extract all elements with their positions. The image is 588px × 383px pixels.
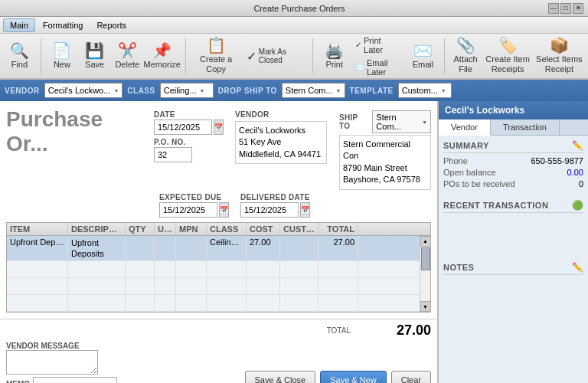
scroll-up-arrow[interactable]: ▲ — [420, 236, 431, 247]
vendor-address-line3: Middlefield, CA 94471 — [239, 149, 323, 160]
date-field-group: DATE 📅 — [154, 110, 223, 135]
scroll-thumb[interactable] — [421, 247, 430, 270]
expected-calendar-button[interactable]: 📅 — [219, 202, 229, 218]
minimize-button[interactable]: — — [548, 3, 559, 14]
attach-button[interactable]: 📎 Attach File — [451, 35, 481, 77]
drop-ship-dropdown[interactable]: Stern Com... — [282, 83, 345, 98]
memorize-button[interactable]: 📌 Memorize — [145, 35, 179, 77]
mark-group: ✓ Mark As Closed — [243, 46, 307, 66]
menu-main[interactable]: Main — [3, 18, 35, 32]
vendor-address-line1: Cecil's Lockworks — [239, 125, 323, 136]
drop-ship-dropdown-value: Stern Com... — [286, 86, 333, 95]
select-items-button[interactable]: 📦 Select Items Receipt — [535, 35, 583, 77]
cell-empty-3-total — [318, 295, 358, 311]
date-calendar-button[interactable]: 📅 — [214, 119, 224, 135]
grid-rows: Upfront Deposit UpfrontDeposits Ceiling … — [7, 236, 420, 313]
delivered-calendar-button[interactable]: 📅 — [300, 202, 310, 218]
vendor-tab[interactable]: Vendor — [439, 119, 491, 136]
dates-row: EXPECTED DUE 📅 DELIVERED DATE 📅 — [159, 193, 431, 218]
menu-reports[interactable]: Reports — [90, 19, 132, 31]
recent-tx-icon[interactable]: 🟢 — [572, 200, 584, 211]
total-label: TOTAL — [327, 326, 351, 335]
save-close-button[interactable]: Save & Close — [245, 371, 316, 383]
toolbar: 🔍 Find 📄 New 💾 Save ✂️ Delete 📌 Memorize… — [0, 34, 588, 80]
window-controls[interactable]: — □ ✕ — [548, 3, 583, 14]
cell-empty-3-mpn — [176, 295, 207, 311]
copy-button[interactable]: 📋 Create a Copy — [192, 35, 240, 77]
transaction-tab[interactable]: Transaction — [491, 119, 560, 135]
scroll-col-header — [358, 223, 369, 235]
ship-to-label: SHIP TO — [339, 113, 369, 130]
mark-icon: ✓ — [247, 49, 256, 64]
delivered-date-group: DELIVERED DATE 📅 — [240, 193, 310, 218]
new-button[interactable]: 📄 New — [47, 35, 77, 77]
notes-section: NOTES ✏️ — [443, 262, 583, 275]
scroll-track[interactable] — [420, 247, 431, 302]
left-panel: Purchase Or... DATE 📅 P.O. NO. — [0, 101, 439, 383]
ship-to-dropdown[interactable]: Stern Com... ▼ — [372, 110, 431, 133]
scroll-down-arrow[interactable]: ▼ — [420, 301, 431, 312]
ship-addr-line1: Stern Commercial Con — [343, 139, 427, 162]
create-item-button[interactable]: 🏷️ Create Item Receipts — [483, 35, 531, 77]
window-title: Create Purchase Orders — [51, 4, 548, 13]
expected-due-input[interactable] — [159, 202, 217, 218]
table-row[interactable] — [7, 295, 420, 312]
menu-formatting[interactable]: Formatting — [37, 19, 90, 31]
save-new-button[interactable]: Save & New — [320, 371, 387, 383]
date-input[interactable] — [154, 119, 212, 135]
title-bar: Create Purchase Orders — □ ✕ — [0, 0, 588, 17]
cell-custom-0 — [280, 236, 318, 261]
table-row[interactable] — [7, 278, 420, 295]
find-button[interactable]: 🔍 Find — [5, 35, 34, 77]
delete-button[interactable]: ✂️ Delete — [113, 35, 142, 77]
print-button[interactable]: 🖨️ Print — [319, 35, 349, 77]
delivered-date-input[interactable] — [240, 202, 299, 218]
po-no-input[interactable] — [154, 147, 192, 162]
clear-button[interactable]: Clear — [391, 371, 431, 383]
cell-empty-2-total — [318, 278, 358, 294]
memo-input[interactable] — [33, 377, 117, 383]
email-icon: ✉️ — [413, 43, 433, 58]
summary-edit-icon[interactable]: ✏️ — [572, 140, 584, 151]
separator-3 — [312, 38, 313, 74]
create-item-icon: 🏷️ — [498, 38, 518, 53]
notes-label: NOTES — [443, 263, 474, 272]
total-row: TOTAL 27.00 — [6, 322, 431, 339]
pos-receive-value: 0 — [579, 179, 583, 188]
expected-due-group: EXPECTED DUE 📅 — [159, 193, 228, 218]
attach-icon: 📎 — [456, 38, 475, 53]
notes-edit-icon[interactable]: ✏️ — [572, 262, 584, 273]
print-later-icon: ✓ — [355, 41, 361, 49]
separator-4 — [444, 38, 445, 74]
po-title: Purchase Or... — [6, 107, 142, 156]
cell-empty-3-custom — [280, 295, 318, 311]
close-button[interactable]: ✕ — [573, 3, 583, 14]
save-button[interactable]: 💾 Save — [80, 35, 109, 77]
cell-empty-1 — [7, 261, 68, 277]
email-later-button[interactable]: ✉️ Email Later — [352, 57, 405, 78]
mark-button[interactable]: ✓ Mark As Closed — [243, 46, 307, 66]
date-label: DATE — [154, 110, 223, 119]
create-item-label: Create Item Receipts — [483, 54, 531, 74]
ship-to-address: Stern Commercial Con 8790 Main Street Ba… — [339, 135, 431, 190]
email-button[interactable]: ✉️ Email — [408, 35, 438, 77]
print-later-label: Print Later — [364, 36, 402, 54]
delivered-date-row: 📅 — [240, 202, 309, 218]
open-balance-value: 0.00 — [567, 168, 583, 177]
cell-empty-2-qty — [126, 278, 155, 294]
vendor-message-input[interactable] — [6, 350, 98, 375]
date-input-row: 📅 — [154, 119, 223, 135]
template-label: TEMPLATE — [350, 87, 394, 95]
vendor-dropdown[interactable]: Cecil's Lockwo... — [44, 83, 123, 98]
table-row[interactable]: Upfront Deposit UpfrontDeposits Ceiling … — [7, 236, 420, 262]
grid-scrollbar[interactable]: ▲ ▼ — [420, 236, 430, 313]
class-dropdown[interactable]: Ceiling... — [160, 83, 214, 98]
email-later-icon: ✉️ — [355, 63, 364, 71]
print-later-button[interactable]: ✓ Print Later — [352, 34, 405, 56]
expected-due-row: 📅 — [159, 202, 228, 218]
template-dropdown[interactable]: Custom... — [398, 83, 452, 98]
line-items-grid: ITEM DESCRIPTI... QTY U/M MPN CLASS COST… — [6, 222, 431, 313]
restore-button[interactable]: □ — [560, 3, 571, 14]
table-row[interactable] — [7, 261, 420, 278]
right-panel-body: SUMMARY ✏️ Phone 650-555-9877 Open balan… — [439, 136, 588, 383]
